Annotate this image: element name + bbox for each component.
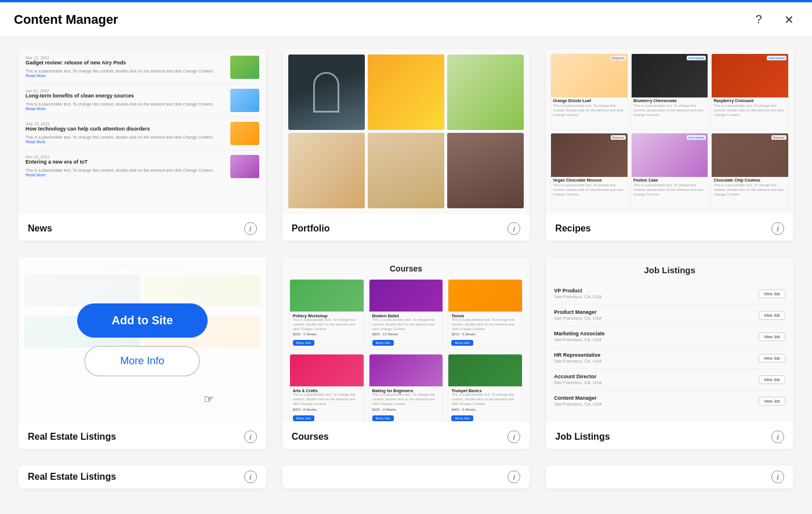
news-image-3 bbox=[230, 122, 259, 145]
portfolio-preview bbox=[282, 49, 530, 214]
job-btn-4[interactable]: View Job bbox=[759, 354, 785, 363]
news-item: Mar 12, 2022 Gadget review: release of n… bbox=[26, 56, 259, 84]
help-button[interactable]: ? bbox=[749, 10, 768, 29]
recipes-preview: Orange Drizzle Loaf This is a placeholde… bbox=[546, 49, 793, 214]
card-footer-recipes: Recipes i bbox=[546, 214, 793, 241]
info-icon-partial-3[interactable]: i bbox=[771, 470, 784, 483]
course-btn-4[interactable]: More Info bbox=[293, 415, 314, 421]
recipe-card-3: Raspberry Croissant This is a placeholde… bbox=[711, 53, 789, 130]
card-label-news: News bbox=[28, 223, 52, 234]
course-btn-5[interactable]: More Info bbox=[372, 415, 394, 421]
card-overlay-property: Add to Site More Info bbox=[19, 257, 266, 422]
recipe-card-6: Chocolate Chip Cookies This is a placeho… bbox=[711, 133, 789, 209]
recipe-card-2: Blueberry Cheesecake This is a placehold… bbox=[631, 53, 709, 130]
news-item: Sep 19, 2022 How technology can help cur… bbox=[26, 122, 259, 150]
job-item-2: Product Manager San Francisco, CA, USA V… bbox=[554, 305, 785, 326]
card-portfolio[interactable]: Portfolio i bbox=[282, 49, 530, 241]
job-btn-6[interactable]: View Job bbox=[759, 397, 785, 406]
job-btn-3[interactable]: View Job bbox=[759, 332, 785, 341]
info-icon-partial-2[interactable]: i bbox=[507, 470, 520, 483]
portfolio-img-6 bbox=[447, 133, 524, 208]
card-preview-recipes: Orange Drizzle Loaf This is a placeholde… bbox=[546, 49, 793, 214]
course-img-2 bbox=[369, 280, 443, 312]
info-icon-partial-1[interactable]: i bbox=[244, 470, 257, 483]
course-item-4: Arts & Crafts This is a placeholder text… bbox=[289, 354, 364, 422]
top-bar: Content Manager ? ✕ bbox=[0, 2, 812, 37]
card-footer-portfolio: Portfolio i bbox=[282, 214, 530, 241]
job-btn-5[interactable]: View Job bbox=[759, 375, 785, 384]
job-item-5: Account Director San Francisco, CA, USA … bbox=[554, 369, 785, 390]
card-footer-jobs: Job Listings i bbox=[546, 422, 793, 449]
portfolio-img-4 bbox=[288, 133, 365, 208]
course-btn-2[interactable]: More Info bbox=[372, 340, 394, 346]
portfolio-img-5 bbox=[368, 133, 444, 208]
top-bar-actions: ? ✕ bbox=[749, 10, 798, 29]
bottom-partial-row: Real Estate Listings i i i bbox=[19, 465, 793, 488]
course-img-4 bbox=[290, 354, 364, 386]
courses-preview: Courses Pottery Workshop This is a place… bbox=[282, 257, 530, 422]
card-partial-3: i bbox=[546, 465, 793, 488]
news-item: Jun 21, 2022 Long-term benefits of clean… bbox=[26, 89, 259, 117]
card-label-property: Real Estate Listings bbox=[28, 432, 116, 442]
card-label-courses: Courses bbox=[292, 432, 329, 442]
card-partial-1: Real Estate Listings i bbox=[19, 465, 266, 488]
card-news[interactable]: Mar 12, 2022 Gadget review: release of n… bbox=[19, 49, 266, 241]
courses-grid: Pottery Workshop This is a placeholder t… bbox=[289, 279, 523, 422]
job-btn-1[interactable]: View Job bbox=[759, 289, 785, 298]
info-icon-property[interactable]: i bbox=[244, 430, 257, 443]
jobs-preview-title: Job Listings bbox=[554, 265, 785, 275]
course-item-5: Baking for Beginners This is a placehold… bbox=[369, 354, 444, 422]
job-btn-2[interactable]: View Job bbox=[759, 311, 785, 320]
card-label-jobs: Job Listings bbox=[555, 432, 610, 442]
course-btn-1[interactable]: More Info bbox=[293, 340, 314, 346]
card-footer-property: Real Estate Listings i bbox=[19, 422, 266, 449]
course-btn-3[interactable]: More Info bbox=[451, 340, 473, 346]
card-footer-news: News i bbox=[19, 214, 266, 241]
more-info-button[interactable]: More Info bbox=[84, 346, 200, 377]
info-icon-jobs[interactable]: i bbox=[771, 430, 784, 443]
course-btn-6[interactable]: More Info bbox=[451, 415, 473, 421]
card-courses[interactable]: Courses Pottery Workshop This is a place… bbox=[282, 257, 530, 449]
info-icon-recipes[interactable]: i bbox=[771, 222, 784, 235]
app-title: Content Manager bbox=[14, 12, 118, 27]
card-preview-news: Mar 12, 2022 Gadget review: release of n… bbox=[19, 49, 266, 214]
portfolio-img-3 bbox=[447, 55, 524, 130]
card-label-portfolio: Portfolio bbox=[292, 223, 330, 234]
info-icon-courses[interactable]: i bbox=[507, 430, 520, 443]
card-job-listings[interactable]: Job Listings VP Product San Francisco, C… bbox=[546, 257, 793, 449]
course-img-3 bbox=[448, 280, 522, 312]
course-item-2: Modern Ballet This is a placeholder text… bbox=[369, 279, 444, 349]
job-item-4: HR Representative San Francisco, CA, USA… bbox=[554, 348, 785, 369]
card-recipes[interactable]: Orange Drizzle Loaf This is a placeholde… bbox=[546, 49, 793, 241]
news-image-1 bbox=[230, 56, 259, 79]
card-footer-courses: Courses i bbox=[282, 422, 530, 449]
recipe-card-1: Orange Drizzle Loaf This is a placeholde… bbox=[550, 53, 628, 130]
job-item-3: Marketing Associate San Francisco, CA, U… bbox=[554, 326, 785, 348]
cards-grid: Mar 12, 2022 Gadget review: release of n… bbox=[19, 49, 793, 449]
info-icon-portfolio[interactable]: i bbox=[507, 222, 520, 235]
close-button[interactable]: ✕ bbox=[780, 10, 798, 29]
card-partial-2: i bbox=[282, 465, 530, 488]
course-item-1: Pottery Workshop This is a placeholder t… bbox=[289, 279, 364, 349]
job-item-6: Content Manager San Francisco, CA, USA V… bbox=[554, 390, 785, 411]
course-img-5 bbox=[369, 354, 443, 386]
card-property-listings[interactable]: Property Listings Luxury Waterfall Estat… bbox=[19, 257, 266, 449]
add-to-site-button[interactable]: Add to Site bbox=[77, 303, 208, 338]
course-img-1 bbox=[290, 280, 364, 312]
recipe-card-4: Vegan Chocolate Mousse This is a placeho… bbox=[550, 133, 628, 209]
course-img-6 bbox=[448, 354, 522, 386]
news-item: Nov 15, 2022 Entering a new era of IoT T… bbox=[26, 155, 259, 183]
news-image-2 bbox=[230, 89, 259, 112]
card-preview-property: Property Listings Luxury Waterfall Estat… bbox=[19, 257, 266, 422]
info-icon-news[interactable]: i bbox=[244, 222, 257, 235]
card-preview-courses: Courses Pottery Workshop This is a place… bbox=[282, 257, 530, 422]
news-image-4 bbox=[230, 155, 259, 178]
card-label-recipes: Recipes bbox=[555, 223, 590, 234]
course-item-6: Trumpet Basics This is a placeholder tex… bbox=[448, 354, 523, 422]
card-preview-portfolio bbox=[282, 49, 530, 214]
portfolio-img-1 bbox=[288, 55, 365, 130]
jobs-preview: Job Listings VP Product San Francisco, C… bbox=[546, 257, 793, 419]
courses-preview-title: Courses bbox=[289, 264, 523, 273]
course-item-3: Tennis This is a placeholder text. To ch… bbox=[448, 279, 523, 349]
card-preview-jobs: Job Listings VP Product San Francisco, C… bbox=[546, 257, 793, 422]
